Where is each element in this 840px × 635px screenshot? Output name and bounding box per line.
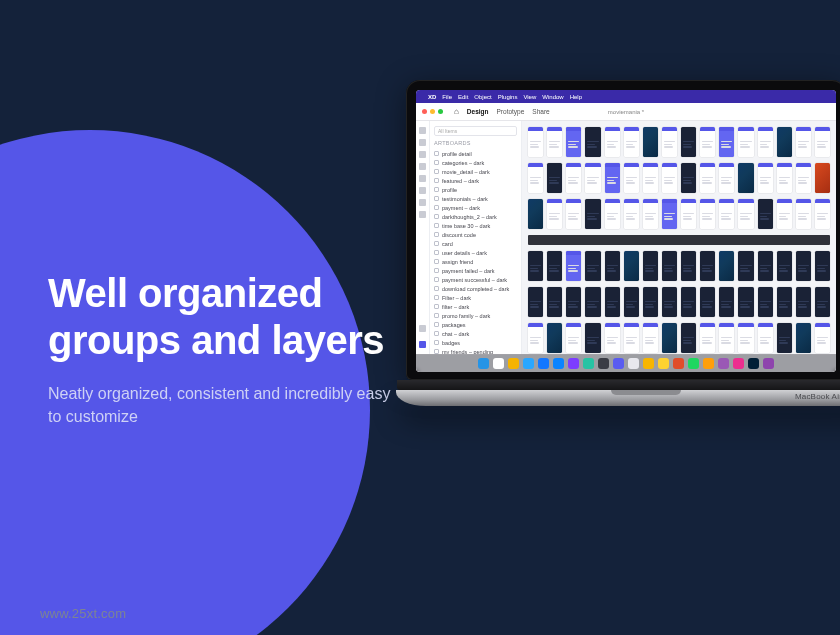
layer-item[interactable]: payment successful – dark — [434, 275, 517, 284]
artboard[interactable] — [700, 323, 715, 353]
menu-file[interactable]: File — [442, 94, 452, 100]
dock-app-icon[interactable] — [568, 358, 579, 369]
zoom-icon[interactable] — [438, 109, 443, 114]
artboard[interactable] — [700, 127, 715, 157]
artboard[interactable] — [585, 323, 600, 353]
tool-text-icon[interactable] — [419, 187, 426, 194]
dock-app-icon[interactable] — [598, 358, 609, 369]
artboard[interactable] — [624, 287, 639, 317]
tab-design[interactable]: Design — [467, 108, 489, 115]
layer-item[interactable]: profile detail — [434, 149, 517, 158]
artboard[interactable] — [758, 127, 773, 157]
artboard[interactable] — [528, 199, 543, 229]
artboard[interactable] — [681, 287, 696, 317]
window-controls[interactable] — [422, 109, 443, 114]
dock-app-icon[interactable] — [493, 358, 504, 369]
artboard[interactable] — [585, 199, 600, 229]
artboard[interactable] — [566, 251, 581, 281]
artboard[interactable] — [815, 287, 830, 317]
artboard[interactable] — [643, 199, 658, 229]
artboard[interactable] — [643, 287, 658, 317]
artboard[interactable] — [700, 163, 715, 193]
tool-artboard-icon[interactable] — [419, 199, 426, 206]
layer-item[interactable]: filter – dark — [434, 302, 517, 311]
artboard[interactable] — [605, 199, 620, 229]
tab-prototype[interactable]: Prototype — [497, 108, 525, 115]
artboard[interactable] — [719, 199, 734, 229]
artboard[interactable] — [624, 323, 639, 353]
tool-pen-icon[interactable] — [419, 175, 426, 182]
menu-plugins[interactable]: Plugins — [498, 94, 518, 100]
artboard[interactable] — [719, 323, 734, 353]
dock-app-icon[interactable] — [658, 358, 669, 369]
artboard[interactable] — [566, 287, 581, 317]
artboard[interactable] — [528, 251, 543, 281]
artboard[interactable] — [719, 127, 734, 157]
xd-canvas[interactable] — [522, 121, 836, 354]
artboard[interactable] — [719, 287, 734, 317]
layer-item[interactable]: testimonials – dark — [434, 194, 517, 203]
menu-object[interactable]: Object — [474, 94, 491, 100]
artboard[interactable] — [547, 127, 562, 157]
artboard[interactable] — [796, 199, 811, 229]
artboard[interactable] — [738, 251, 753, 281]
artboard[interactable] — [815, 199, 830, 229]
layer-item[interactable]: my friends – pending — [434, 347, 517, 354]
artboard[interactable] — [719, 163, 734, 193]
artboard[interactable] — [796, 323, 811, 353]
artboard[interactable] — [681, 163, 696, 193]
artboard[interactable] — [547, 163, 562, 193]
artboard[interactable] — [547, 323, 562, 353]
artboard[interactable] — [662, 127, 677, 157]
artboard[interactable] — [700, 287, 715, 317]
dock-app-icon[interactable] — [523, 358, 534, 369]
artboard[interactable] — [777, 163, 792, 193]
artboard[interactable] — [585, 287, 600, 317]
layer-item[interactable]: chat – dark — [434, 329, 517, 338]
artboard[interactable] — [738, 287, 753, 317]
dock-app-icon[interactable] — [718, 358, 729, 369]
artboard[interactable] — [624, 199, 639, 229]
artboard[interactable] — [796, 287, 811, 317]
artboard[interactable] — [758, 163, 773, 193]
artboard[interactable] — [662, 199, 677, 229]
artboard[interactable] — [566, 127, 581, 157]
artboard[interactable] — [758, 251, 773, 281]
artboard[interactable] — [643, 251, 658, 281]
tool-rect-icon[interactable] — [419, 139, 426, 146]
artboard[interactable] — [528, 127, 543, 157]
artboard[interactable] — [585, 163, 600, 193]
layer-item[interactable]: download completed – dark — [434, 284, 517, 293]
artboard[interactable] — [738, 323, 753, 353]
artboard[interactable] — [700, 251, 715, 281]
tool-zoom-icon[interactable] — [419, 211, 426, 218]
artboard[interactable] — [796, 251, 811, 281]
tool-assets-icon[interactable] — [419, 325, 426, 332]
artboard[interactable] — [566, 199, 581, 229]
artboard[interactable] — [585, 251, 600, 281]
layer-item[interactable]: movie_detail – dark — [434, 167, 517, 176]
artboard[interactable] — [777, 323, 792, 353]
artboard[interactable] — [662, 251, 677, 281]
dock-app-icon[interactable] — [688, 358, 699, 369]
artboard[interactable] — [777, 251, 792, 281]
layer-item[interactable]: badges — [434, 338, 517, 347]
artboard[interactable] — [738, 199, 753, 229]
layer-item[interactable]: discount code — [434, 230, 517, 239]
artboard[interactable] — [681, 127, 696, 157]
artboard[interactable] — [662, 287, 677, 317]
layer-item[interactable]: darkthoughts_2 – dark — [434, 212, 517, 221]
artboard[interactable] — [624, 163, 639, 193]
artboard[interactable] — [643, 323, 658, 353]
artboard[interactable] — [547, 287, 562, 317]
artboard[interactable] — [662, 323, 677, 353]
layer-item[interactable]: Filter – dark — [434, 293, 517, 302]
artboard[interactable] — [605, 323, 620, 353]
dock-app-icon[interactable] — [583, 358, 594, 369]
artboard[interactable] — [738, 163, 753, 193]
artboard[interactable] — [777, 199, 792, 229]
dock-app-icon[interactable] — [733, 358, 744, 369]
artboard[interactable] — [547, 251, 562, 281]
layer-item[interactable]: packages — [434, 320, 517, 329]
layers-search[interactable]: All Items — [434, 126, 517, 136]
